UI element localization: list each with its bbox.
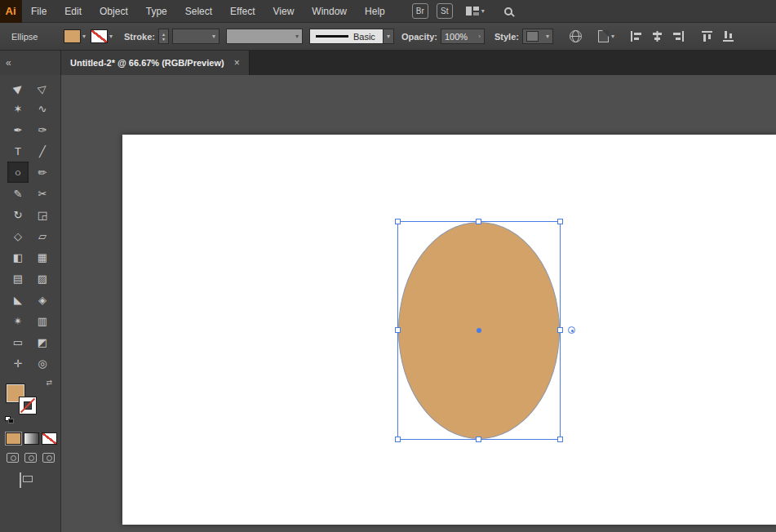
search-icon[interactable] (504, 7, 512, 16)
rotate-tool[interactable]: ↻ (7, 204, 29, 225)
selection-handle-e[interactable] (557, 327, 563, 333)
gradient-tool[interactable]: ▨ (32, 268, 53, 289)
align-center-button[interactable] (649, 28, 666, 45)
lasso-tool[interactable]: ∿ (32, 98, 53, 119)
chevron-right-icon: › (478, 33, 481, 40)
menu-select[interactable]: Select (176, 0, 221, 23)
draw-inside-icon[interactable] (42, 453, 55, 463)
screen-mode-icon[interactable] (20, 472, 21, 488)
shape-builder-tool[interactable]: ◧ (7, 246, 29, 268)
selection-handle-n[interactable] (476, 219, 481, 224)
draw-normal-icon[interactable] (7, 453, 19, 463)
scissors-tool[interactable]: ✂ (32, 183, 53, 204)
mesh-tool[interactable]: ▤ (7, 268, 29, 289)
symbol-sprayer-tool[interactable]: ✴ (7, 310, 29, 331)
center-anchor-point[interactable] (477, 328, 481, 333)
chevron-down-icon: ▾ (212, 33, 215, 40)
transform-widget[interactable] (568, 326, 575, 334)
bridge-button[interactable]: Br (412, 3, 428, 19)
selection-tool[interactable]: ▶ (7, 77, 29, 98)
menu-type[interactable]: Type (137, 0, 176, 23)
eyedropper-tool[interactable]: ◣ (7, 289, 29, 310)
width-profile-combo[interactable]: ▾ (226, 29, 303, 44)
close-tab-icon[interactable]: × (234, 57, 240, 69)
document-setup-control[interactable]: ▾ (598, 30, 614, 42)
line-segment-tool[interactable]: ╱ (32, 140, 53, 162)
menu-effect[interactable]: Effect (221, 0, 264, 23)
menu-help[interactable]: Help (356, 0, 394, 23)
selection-handle-ne[interactable] (557, 219, 563, 224)
stroke-color-control[interactable]: ▾ (91, 29, 113, 43)
menu-view[interactable]: View (264, 0, 304, 23)
shaper-tool[interactable]: ✎ (7, 183, 29, 204)
menu-window[interactable]: Window (303, 0, 356, 23)
stepper-down-icon: ▾ (162, 37, 165, 42)
active-tool-label: Ellipse (11, 32, 59, 42)
scale-tool[interactable]: ◲ (32, 204, 53, 225)
eyedropper-icon: ◣ (14, 295, 22, 305)
swap-fill-stroke-icon[interactable]: ⇄ (46, 379, 52, 387)
perspective-grid-tool[interactable]: ▦ (32, 246, 53, 268)
column-graph-tool[interactable]: ▥ (32, 310, 53, 331)
type-tool[interactable]: T (7, 140, 29, 162)
menu-file[interactable]: File (22, 0, 55, 23)
artboard-tool[interactable]: ▭ (7, 331, 29, 352)
selection-icon: ▶ (11, 81, 24, 94)
gradient-button[interactable] (24, 432, 39, 445)
document-icon (598, 30, 609, 42)
color-button[interactable] (6, 432, 21, 445)
align-top-button[interactable] (698, 28, 716, 45)
fill-color-control[interactable]: ▾ (64, 29, 86, 43)
workspace-switcher[interactable]: ▾ (466, 6, 485, 16)
brush-definition-combo[interactable]: Basic ▾ (309, 29, 394, 44)
width-tool[interactable]: ◇ (7, 225, 29, 246)
illustrator-window: Ai File Edit Object Type Select Effect V… (0, 0, 776, 532)
hand-tool[interactable]: ✛ (7, 352, 29, 374)
none-button[interactable] (42, 432, 57, 445)
type-icon: T (15, 146, 21, 157)
style-combo[interactable]: ▾ (522, 29, 553, 44)
pen-tool[interactable]: ✒ (7, 119, 29, 140)
zoom-tool[interactable]: ◎ (32, 352, 53, 374)
selection-handle-s[interactable] (476, 437, 481, 442)
stock-button[interactable]: St (437, 3, 453, 19)
canvas[interactable] (61, 75, 776, 532)
align-bottom-button[interactable] (720, 28, 737, 45)
draw-behind-icon[interactable] (24, 453, 37, 463)
stroke-weight-stepper[interactable]: ▴ ▾ (158, 29, 169, 44)
align-left-button[interactable] (627, 28, 645, 45)
blend-tool[interactable]: ◈ (32, 289, 53, 310)
selection-handle-w[interactable] (395, 327, 401, 333)
opacity-combo[interactable]: 100% › (441, 29, 485, 44)
selection-handle-nw[interactable] (395, 219, 401, 224)
slice-icon: ◩ (38, 337, 47, 348)
default-fill-stroke-icon[interactable] (5, 416, 15, 424)
document-tab[interactable]: Untitled-2* @ 66.67% (RGB/Preview) × (61, 51, 250, 75)
tool-grid: ▶ ▷ ✶ ∿ ✒ ✑ T ╱ ○ ✏ ✎ ✂ ↻ ◲ ◇ ▱ ◧ ▦ ▤ ▨ (7, 77, 60, 374)
stroke-swatch[interactable] (19, 397, 37, 415)
align-right-button[interactable] (670, 28, 687, 45)
align-center-icon (651, 30, 663, 42)
gradient-icon: ▨ (38, 273, 47, 284)
drawing-mode-buttons (7, 453, 60, 463)
stroke-weight-combo[interactable]: ▾ (172, 29, 219, 44)
chevron-down-icon: ▾ (82, 33, 86, 40)
shaper-icon: ✎ (14, 188, 23, 199)
globe-icon[interactable] (570, 30, 582, 42)
app-logo-icon[interactable]: Ai (0, 0, 22, 23)
zoom-icon: ◎ (38, 358, 47, 369)
curvature-tool[interactable]: ✑ (32, 119, 53, 140)
slice-tool[interactable]: ◩ (32, 331, 53, 352)
direct-selection-tool[interactable]: ▷ (32, 77, 53, 98)
magic-wand-tool[interactable]: ✶ (7, 98, 29, 119)
paintbrush-tool[interactable]: ✏ (32, 162, 53, 183)
ellipse-tool[interactable]: ○ (7, 162, 29, 183)
menu-edit[interactable]: Edit (55, 0, 91, 23)
control-bar: Ellipse ▾ ▾ Stroke: ▴ ▾ ▾ ▾ Basic ▾ Opac… (0, 23, 776, 51)
menu-object[interactable]: Object (91, 0, 137, 23)
mesh-icon: ▤ (13, 273, 23, 284)
selection-handle-se[interactable] (557, 437, 563, 442)
free-transform-tool[interactable]: ▱ (32, 225, 53, 246)
selection-handle-sw[interactable] (395, 437, 401, 442)
collapse-panel-icon[interactable]: « (6, 57, 11, 69)
